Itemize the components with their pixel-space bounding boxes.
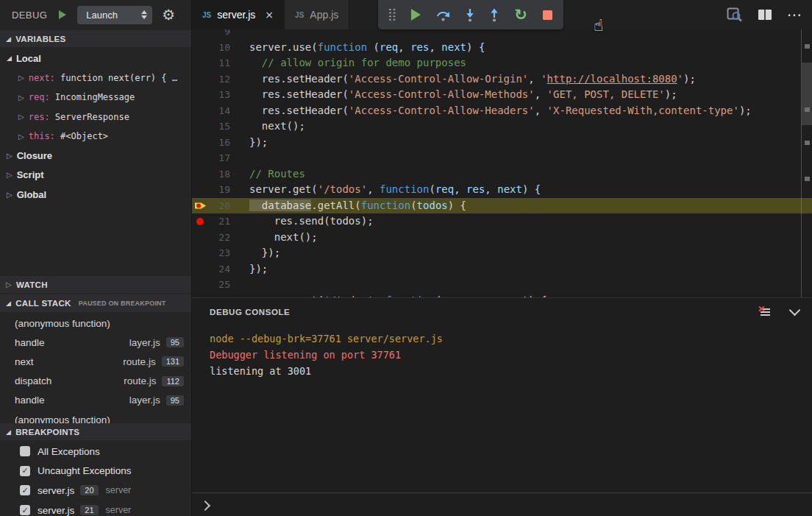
call-stack-frame[interactable]: handlelayer.js95 xyxy=(0,391,191,410)
gutter[interactable] xyxy=(192,29,208,40)
drag-grip-icon[interactable] xyxy=(389,9,396,21)
code-line[interactable]: 10server.use(function (req, res, next) { xyxy=(192,40,812,56)
breakpoint-row[interactable]: ✓Uncaught Exceptions xyxy=(0,462,191,481)
editor-region: JSserver.js×JSApp.js ⋯ xyxy=(191,0,812,516)
call-stack-section-header[interactable]: ◢ CALL STACK PAUSED ON BREAKPOINT xyxy=(0,294,191,312)
code-line[interactable]: 9 xyxy=(192,29,812,40)
gutter[interactable] xyxy=(192,135,208,151)
step-over-icon[interactable] xyxy=(436,9,450,21)
variable-group-global[interactable]: ▷Global xyxy=(0,185,191,204)
stop-icon[interactable] xyxy=(543,10,552,20)
code-line[interactable]: 12 res.setHeader('Access-Control-Allow-O… xyxy=(192,71,812,88)
frame-file: layer.js xyxy=(129,337,160,348)
watch-section-header[interactable]: ▷ WATCH xyxy=(0,276,191,293)
gutter[interactable] xyxy=(192,71,208,88)
call-stack-frame[interactable]: nextroute.js131 xyxy=(0,352,191,371)
gutter[interactable] xyxy=(192,150,208,166)
call-stack-frame[interactable]: dispatchroute.js112 xyxy=(0,372,191,391)
checkbox[interactable] xyxy=(20,446,30,456)
collapse-panel-icon[interactable] xyxy=(789,305,801,317)
code-line[interactable]: 13 res.setHeader('Access-Control-Allow-M… xyxy=(192,87,812,103)
gear-icon[interactable]: ⚙ xyxy=(162,7,175,22)
code-line[interactable]: 24}); xyxy=(192,261,812,278)
code-token: ( xyxy=(410,199,416,211)
code-token: ) { xyxy=(522,183,541,195)
step-into-icon[interactable] xyxy=(466,8,474,22)
code-line[interactable]: 20 database.getAll(function(todos) { xyxy=(192,198,812,214)
code-line[interactable]: 15 next(); xyxy=(192,119,812,135)
open-preview-icon[interactable] xyxy=(727,7,743,22)
code-line[interactable]: 21 res.send(todos); xyxy=(192,213,812,230)
breakpoint-row[interactable]: ✓server.js20server xyxy=(0,481,191,501)
code-token: ' xyxy=(541,73,546,85)
step-out-icon[interactable] xyxy=(490,8,499,22)
call-stack-frame[interactable]: handlelayer.js95 xyxy=(0,333,191,352)
code-token: ( xyxy=(429,183,435,195)
checkbox[interactable]: ✓ xyxy=(20,466,30,476)
gutter[interactable] xyxy=(192,277,208,293)
variable-row[interactable]: ▷req: IncomingMessage xyxy=(0,88,191,107)
clear-console-icon[interactable] xyxy=(758,306,772,318)
checkbox[interactable]: ✓ xyxy=(20,485,30,495)
gutter[interactable] xyxy=(192,182,208,198)
code-token: function xyxy=(380,183,429,195)
gutter[interactable] xyxy=(192,261,208,278)
gutter[interactable] xyxy=(192,245,208,261)
frame-line-badge: 112 xyxy=(162,376,184,386)
gutter[interactable] xyxy=(192,40,208,56)
line-number: 22 xyxy=(208,230,230,246)
breakpoint-label: server.js xyxy=(38,485,74,496)
variable-group-label: Local xyxy=(16,53,41,64)
breakpoint-gutter[interactable] xyxy=(192,213,208,230)
more-actions-icon[interactable]: ⋯ xyxy=(787,7,802,22)
call-stack-frame[interactable]: (anonymous function) xyxy=(0,314,191,333)
code-line[interactable]: 14 res.setHeader('Access-Control-Allow-H… xyxy=(192,103,812,119)
code-line[interactable]: 17 xyxy=(192,150,812,166)
gutter[interactable] xyxy=(192,103,208,119)
gutter[interactable] xyxy=(192,166,208,183)
scrollbar-thumb[interactable] xyxy=(802,63,812,125)
variable-group-script[interactable]: ▷Script xyxy=(0,166,191,185)
code-line[interactable]: 18// Routes xyxy=(192,166,812,183)
tab-app-js[interactable]: JSApp.js xyxy=(285,0,349,29)
checkbox[interactable]: ✓ xyxy=(20,505,30,515)
current-line-breakpoint-icon[interactable] xyxy=(192,198,208,214)
line-number: 11 xyxy=(208,55,230,71)
variable-value: IncomingMessage xyxy=(50,92,135,102)
start-debug-icon[interactable] xyxy=(59,10,66,19)
tab-server-js[interactable]: JSserver.js× xyxy=(192,0,285,29)
code-line[interactable]: 22 next(); xyxy=(192,230,812,246)
variable-row[interactable]: ▷this: #<Object> xyxy=(0,127,191,146)
variable-group-closure[interactable]: ▷Closure xyxy=(0,146,191,165)
console-input-row[interactable] xyxy=(192,492,812,516)
split-editor-icon[interactable] xyxy=(758,9,772,21)
continue-icon[interactable] xyxy=(411,9,421,21)
code-line[interactable]: 19server.get('/todos', function(req, res… xyxy=(192,182,812,198)
gutter[interactable] xyxy=(192,87,208,103)
variable-group-local[interactable]: ◢Local xyxy=(0,49,191,68)
launch-config-label: Launch xyxy=(86,10,141,21)
code-line[interactable]: 23 }); xyxy=(192,245,812,261)
breakpoint-row[interactable]: All Exceptions xyxy=(0,442,191,462)
gutter[interactable] xyxy=(192,55,208,71)
variables-section-header[interactable]: ◢ VARIABLES xyxy=(0,30,191,47)
code-line[interactable]: 25 xyxy=(192,277,812,293)
code-text: // Routes xyxy=(249,166,305,183)
frame-name: handle xyxy=(15,337,45,348)
variable-name: req: xyxy=(29,92,50,102)
code-line[interactable]: 16}); xyxy=(192,135,812,151)
gutter[interactable] xyxy=(192,230,208,246)
code-text: res.setHeader('Access-Control-Allow-Head… xyxy=(249,103,752,119)
code-token: req xyxy=(380,41,398,53)
code-line[interactable]: 11 // allow origin for demo purposes xyxy=(192,55,812,71)
restart-icon[interactable]: ↻ xyxy=(514,7,527,23)
gutter[interactable] xyxy=(192,119,208,135)
variable-row[interactable]: ▷next: function next(err) { … xyxy=(0,68,191,88)
launch-config-dropdown[interactable]: Launch xyxy=(77,6,152,24)
breakpoint-row[interactable]: ✓server.js21server xyxy=(0,501,191,516)
close-icon[interactable]: × xyxy=(265,9,274,21)
variable-row[interactable]: ▷res: ServerResponse xyxy=(0,107,191,127)
frame-line-badge: 95 xyxy=(166,337,184,347)
breakpoints-section-header[interactable]: ◢ BREAKPOINTS xyxy=(0,423,191,440)
code-editor[interactable]: 910server.use(function (req, res, next) … xyxy=(192,29,812,297)
